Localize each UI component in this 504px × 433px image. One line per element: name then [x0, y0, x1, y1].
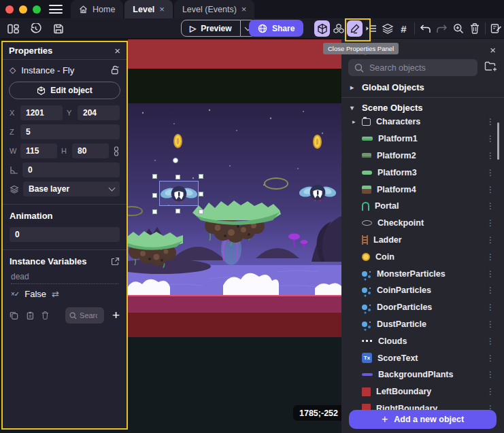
grid-icon[interactable]: # — [396, 20, 411, 37]
add-variable-button[interactable]: + — [112, 308, 120, 323]
object-row-coin[interactable]: Coin ⋮ — [341, 248, 504, 265]
width-field[interactable] — [20, 143, 57, 158]
object-menu-icon[interactable]: ⋮ — [486, 168, 494, 177]
height-field[interactable] — [72, 143, 109, 158]
checkpoint-sprite[interactable] — [264, 177, 288, 190]
objects-search-input[interactable] — [369, 63, 471, 73]
object-menu-icon[interactable]: ⋮ — [486, 151, 494, 160]
resize-handle[interactable] — [199, 174, 203, 179]
paste-icon[interactable] — [27, 311, 34, 320]
history-icon[interactable] — [28, 20, 44, 37]
animation-field[interactable] — [10, 227, 120, 242]
close-properties-icon[interactable]: × — [114, 46, 120, 56]
object-row-platform4[interactable]: Platform4 ⋮ — [341, 181, 504, 198]
bottom-boundary-sprite-dark[interactable] — [128, 313, 341, 337]
object-row-ladder[interactable]: Ladder ⋮ — [341, 232, 504, 249]
object-menu-icon[interactable]: ⋮ — [486, 387, 494, 396]
object-menu-icon[interactable]: ⋮ — [486, 235, 494, 245]
object-menu-icon[interactable]: ⋮ — [486, 336, 494, 346]
group-global-objects[interactable]: ▸ Global Objects — [341, 78, 504, 96]
angle-field[interactable] — [22, 162, 120, 177]
variable-value-row[interactable]: ×✓ False ⇄ — [11, 289, 118, 299]
open-variables-icon[interactable] — [111, 257, 120, 266]
redo-icon[interactable] — [434, 20, 450, 37]
delete-variable-icon[interactable] — [41, 311, 49, 320]
3d-view-icon[interactable] — [314, 20, 330, 37]
object-menu-icon[interactable]: ⋮ — [486, 117, 494, 126]
toggle-value-icon[interactable]: ⇄ — [52, 289, 59, 299]
coin-sprite[interactable] — [313, 135, 322, 149]
object-row-portal[interactable]: Portal ⋮ — [341, 198, 504, 215]
object-menu-icon[interactable]: ⋮ — [486, 218, 494, 228]
object-menu-icon[interactable]: ⋮ — [486, 353, 494, 363]
resize-handle[interactable] — [175, 175, 180, 179]
layers-icon[interactable] — [380, 20, 395, 37]
close-objects-panel-icon[interactable]: × — [490, 45, 496, 55]
maximize-window-button[interactable] — [33, 5, 41, 14]
coin-sprite[interactable] — [173, 134, 182, 148]
object-row-platform2[interactable]: Platform2 ⋮ — [341, 148, 504, 164]
resize-handle[interactable] — [199, 192, 203, 196]
edit-object-button[interactable]: Edit object — [9, 82, 120, 99]
minimize-window-button[interactable] — [19, 5, 27, 14]
tab-home[interactable]: Home — [71, 0, 123, 18]
object-menu-icon[interactable]: ⋮ — [486, 252, 494, 262]
fly-monster-sprite-selected[interactable] — [161, 183, 197, 205]
scene-properties-icon[interactable] — [488, 20, 504, 37]
resize-handle[interactable] — [199, 209, 203, 214]
link-dimensions-icon[interactable] — [113, 146, 120, 156]
add-object-button[interactable]: + Add a new object — [349, 410, 497, 429]
object-menu-icon[interactable]: ⋮ — [486, 269, 494, 279]
object-row-monsterparticles[interactable]: MonsterParticles ⋮ — [341, 265, 504, 282]
object-menu-icon[interactable]: ⋮ — [486, 134, 494, 143]
object-menu-icon[interactable]: ⋮ — [486, 285, 494, 295]
share-button[interactable]: Share — [249, 20, 303, 37]
object-row-checkpoint[interactable]: Checkpoint ⋮ — [341, 215, 504, 232]
object-row-scoretext[interactable]: Tx ScoreText ⋮ — [341, 349, 504, 366]
close-tab-icon[interactable]: × — [241, 4, 247, 14]
trash-icon[interactable] — [467, 20, 482, 37]
layer-select[interactable]: Base layer — [23, 181, 120, 196]
variable-name[interactable]: dead — [11, 272, 118, 284]
top-boundary-sprite[interactable] — [128, 39, 341, 69]
resize-handle[interactable] — [152, 209, 157, 214]
tab-level-events[interactable]: Level (Events) × — [174, 0, 255, 18]
close-window-button[interactable] — [5, 5, 14, 14]
object-row-leftboundary[interactable]: LeftBoundary ⋮ — [341, 383, 504, 400]
object-menu-icon[interactable]: ⋮ — [486, 201, 494, 211]
preview-button[interactable]: ▷ Preview — [181, 20, 241, 37]
objects-search[interactable] — [348, 59, 477, 76]
unlock-icon[interactable] — [111, 65, 120, 75]
main-menu-icon[interactable] — [49, 5, 63, 14]
variables-search[interactable] — [65, 307, 104, 324]
tab-level[interactable]: Level × — [124, 0, 173, 18]
resize-handle[interactable] — [175, 209, 180, 213]
object-menu-icon[interactable]: ⋮ — [486, 319, 494, 329]
z-field[interactable] — [20, 124, 120, 139]
object-groups-icon[interactable] — [331, 20, 346, 37]
undo-icon[interactable] — [418, 20, 433, 37]
object-row-coinparticles[interactable]: CoinParticles ⋮ — [341, 282, 504, 299]
object-row-platform3[interactable]: Platform3 ⋮ — [341, 164, 504, 181]
close-tab-icon[interactable]: × — [159, 4, 165, 14]
object-row-backgroundplants[interactable]: BackgroundPlants ⋮ — [341, 366, 504, 383]
objects-scrollbar[interactable] — [497, 122, 499, 160]
scene-canvas[interactable]: 1785;-252 — [128, 39, 341, 433]
rotate-handle[interactable] — [173, 158, 178, 163]
y-field[interactable] — [78, 105, 120, 120]
resize-handle[interactable] — [152, 174, 157, 179]
object-menu-icon[interactable]: ⋮ — [486, 370, 494, 379]
resize-handle[interactable] — [152, 193, 157, 198]
variables-search-input[interactable] — [80, 311, 97, 319]
object-menu-icon[interactable]: ⋮ — [486, 302, 494, 312]
add-folder-icon[interactable] — [484, 60, 497, 72]
object-row-platform1[interactable]: Platform1 ⋮ — [341, 131, 504, 148]
object-row-clouds[interactable]: Clouds ⋮ — [341, 332, 504, 349]
fly-monster-sprite[interactable] — [299, 181, 337, 203]
bottom-boundary-sprite[interactable] — [128, 296, 341, 313]
object-row-doorparticles[interactable]: DoorParticles ⋮ — [341, 299, 504, 316]
object-menu-icon[interactable]: ⋮ — [486, 185, 494, 194]
panels-icon[interactable] — [5, 20, 21, 37]
save-icon[interactable] — [50, 20, 66, 37]
object-row-dustparticle[interactable]: DustParticle ⋮ — [341, 316, 504, 333]
